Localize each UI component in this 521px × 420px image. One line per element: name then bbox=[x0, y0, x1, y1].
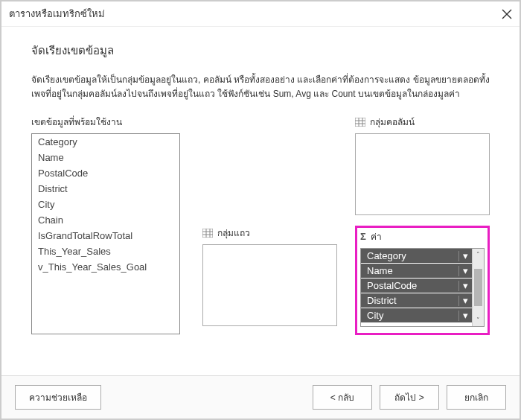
available-fields-label: เขตข้อมูลที่พร้อมใช้งาน bbox=[31, 115, 180, 129]
value-item[interactable]: Name ▾ bbox=[361, 264, 472, 279]
dialog-window: ตารางหรือเมทริกซ์ใหม่ จัดเรียงเขตข้อมูล … bbox=[0, 0, 521, 420]
column-groups-section: กลุ่มคอลัมน์ bbox=[355, 115, 490, 215]
value-item-label: Category bbox=[367, 250, 406, 261]
next-button[interactable]: ถัดไป > bbox=[380, 385, 439, 410]
column-groups-label: กลุ่มคอลัมน์ bbox=[355, 115, 490, 129]
chevron-down-icon[interactable]: ▾ bbox=[458, 281, 469, 291]
chevron-down-icon[interactable]: ▾ bbox=[458, 296, 469, 306]
list-item[interactable]: This_Year_Sales bbox=[32, 244, 179, 259]
value-item-label: City bbox=[367, 310, 383, 321]
values-scrollbar[interactable]: ˄ ˅ bbox=[472, 249, 484, 326]
list-item[interactable]: Chain bbox=[32, 212, 179, 228]
row-groups-section: กลุ่มแถว bbox=[202, 226, 337, 335]
available-fields-list[interactable]: Category Name PostalCode District City C… bbox=[31, 133, 180, 334]
svg-rect-7 bbox=[202, 229, 213, 238]
dialog-footer: ความช่วยเหลือ < กลับ ถัดไป > ยกเลิก bbox=[1, 375, 520, 419]
chevron-down-icon[interactable]: ▾ bbox=[458, 251, 469, 261]
chevron-down-icon[interactable]: ▾ bbox=[458, 266, 469, 276]
page-description: จัดเรียงเขตข้อมูลให้เป็นกลุ่มข้อมูลอยู่ใ… bbox=[31, 73, 490, 101]
list-item[interactable]: v_This_Year_Sales_Goal bbox=[32, 259, 179, 275]
list-item[interactable]: City bbox=[32, 197, 179, 212]
value-item[interactable]: District ▾ bbox=[361, 293, 472, 308]
values-highlight: Σ ค่า Category ▾ Nam bbox=[355, 226, 490, 335]
value-item[interactable]: PostalCode ▾ bbox=[361, 279, 472, 293]
help-button[interactable]: ความช่วยเหลือ bbox=[15, 385, 101, 410]
cancel-button[interactable]: ยกเลิก bbox=[447, 385, 506, 410]
values-text: ค่า bbox=[371, 229, 382, 244]
scroll-up-icon[interactable]: ˄ bbox=[473, 249, 484, 261]
row-groups-label: กลุ่มแถว bbox=[202, 226, 337, 240]
value-item[interactable]: City ▾ bbox=[361, 308, 472, 323]
value-item[interactable]: Category ▾ bbox=[361, 249, 472, 264]
list-item[interactable]: Category bbox=[32, 134, 179, 150]
scroll-thumb[interactable] bbox=[474, 269, 482, 306]
chevron-down-icon[interactable]: ▾ bbox=[458, 311, 469, 321]
list-item[interactable]: IsGrandTotalRowTotal bbox=[32, 228, 179, 244]
row-groups-box[interactable] bbox=[202, 244, 337, 326]
drop-zones: กลุ่มคอลัมน์ กลุ่มแถว bbox=[202, 115, 490, 335]
list-item[interactable]: District bbox=[32, 181, 179, 197]
table-icon bbox=[355, 118, 365, 127]
titlebar: ตารางหรือเมทริกซ์ใหม่ bbox=[1, 1, 520, 27]
column-groups-box[interactable] bbox=[355, 133, 490, 215]
value-item-label: PostalCode bbox=[367, 280, 417, 291]
value-item-label: Name bbox=[367, 265, 393, 276]
window-title: ตารางหรือเมทริกซ์ใหม่ bbox=[9, 6, 105, 22]
back-button[interactable]: < กลับ bbox=[313, 385, 372, 410]
column-groups-text: กลุ่มคอลัมน์ bbox=[370, 115, 415, 129]
values-label: Σ ค่า bbox=[360, 229, 485, 244]
available-fields-section: เขตข้อมูลที่พร้อมใช้งาน Category Name Po… bbox=[31, 115, 180, 335]
list-item[interactable]: PostalCode bbox=[32, 165, 179, 181]
content-area: จัดเรียงเขตข้อมูล จัดเรียงเขตข้อมูลให้เป… bbox=[1, 27, 520, 375]
row-groups-text: กลุ่มแถว bbox=[217, 226, 250, 240]
scroll-down-icon[interactable]: ˅ bbox=[473, 314, 484, 326]
values-section: Σ ค่า Category ▾ Nam bbox=[355, 226, 490, 335]
sigma-icon: Σ bbox=[360, 231, 366, 242]
value-item-label: District bbox=[367, 295, 397, 306]
values-box[interactable]: Category ▾ Name ▾ PostalCode bbox=[360, 248, 485, 327]
page-heading: จัดเรียงเขตข้อมูล bbox=[31, 42, 490, 60]
close-icon[interactable] bbox=[502, 9, 512, 19]
table-icon bbox=[202, 229, 213, 238]
list-item[interactable]: Name bbox=[32, 150, 179, 165]
field-layout: เขตข้อมูลที่พร้อมใช้งาน Category Name Po… bbox=[31, 115, 490, 335]
svg-rect-2 bbox=[355, 118, 365, 127]
